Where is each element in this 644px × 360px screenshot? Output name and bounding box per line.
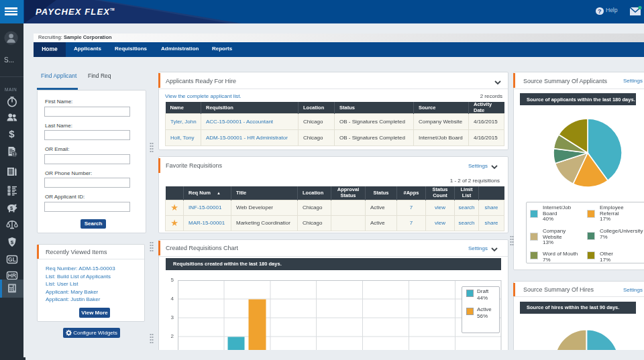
svg-text:GL: GL [8,256,16,263]
svg-text:HR: HR [7,272,15,279]
svg-text:$: $ [10,239,13,245]
